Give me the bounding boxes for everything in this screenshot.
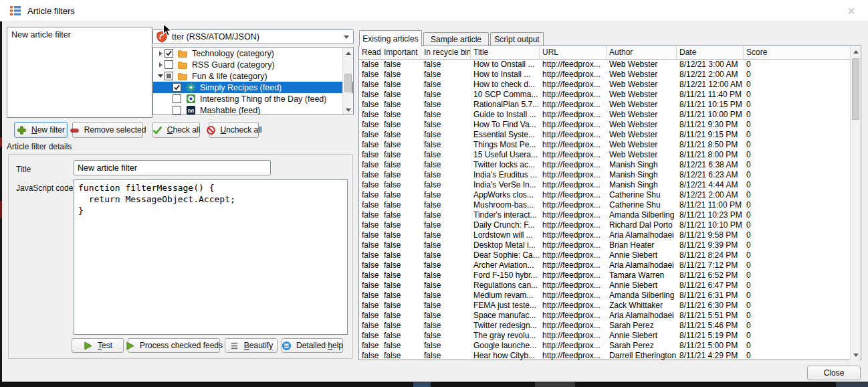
test-button[interactable]: Test — [72, 338, 124, 353]
tree-scrollbar[interactable] — [342, 48, 352, 115]
filter-list-item[interactable]: New article filter — [7, 27, 152, 41]
checkbox-checked[interactable] — [165, 49, 173, 58]
tree-item-simply-recipes-feed[interactable]: Simply Recipes (feed) — [153, 82, 353, 93]
table-cell: http://feedprox... — [540, 70, 607, 80]
table-row[interactable]: falsefalsefalseGoogle launche...http://f… — [359, 341, 851, 351]
window-close-icon[interactable]: × — [843, 2, 860, 19]
tree-item-fun-life-category[interactable]: Fun & life (category) — [153, 70, 353, 82]
title-input[interactable] — [74, 160, 271, 175]
table-scrollbar[interactable] — [850, 47, 860, 360]
table-cell: Things Most Pe... — [471, 140, 540, 150]
table-cell: Aria Alamalhodaei — [607, 311, 677, 321]
expander-collapsed-icon[interactable] — [156, 62, 165, 68]
detailed-help-button[interactable]: Detailed help — [282, 338, 343, 353]
tab-script-output[interactable]: Script output — [490, 32, 544, 46]
table-row[interactable]: falsefalsefalseIndia's Eruditus ...http:… — [359, 170, 851, 180]
feed-tree: Technology (category)RSS Guard (category… — [152, 47, 354, 115]
table-row[interactable]: falsefalsefalseHow to Install ...http://… — [359, 70, 851, 80]
table-row[interactable]: falsefalsefalseTinder's interact...http:… — [359, 210, 851, 220]
check-all-button[interactable]: Check all — [152, 122, 200, 138]
table-cell: Amanda Silberling — [607, 210, 677, 220]
column-header-important[interactable]: Important — [381, 46, 421, 59]
table-row[interactable]: falsefalsefalseSpace manufac...http://fe… — [359, 311, 851, 321]
table-row[interactable]: falsefalsefalseMushroom-bas...http://fee… — [359, 200, 851, 210]
remove-selected-button[interactable]: Remove selected — [72, 122, 143, 138]
column-header-score[interactable]: Score — [744, 46, 851, 59]
table-row[interactable]: falsefalsefalseRegulations can...http://… — [359, 281, 851, 291]
table-row[interactable]: falsefalsefalseHow To Find Va...http://f… — [359, 120, 851, 130]
table-cell: http://feedprox... — [540, 240, 607, 250]
column-header-in-recycle-bin[interactable]: In recycle bin — [421, 46, 471, 59]
table-cell: 8/11/21 8:00 PM — [677, 150, 744, 160]
table-cell: false — [381, 110, 421, 120]
table-row[interactable]: falsefalsefalseLordstown will ...http://… — [359, 230, 851, 240]
tree-item-rss-guard-category[interactable]: RSS Guard (category) — [153, 59, 353, 70]
checkbox-unchecked[interactable] — [173, 106, 181, 114]
table-row[interactable]: falsefalsefalseDear Sophie: Ca...http://… — [359, 250, 851, 260]
table-row[interactable]: falsefalsefalseIndia's VerSe In...http:/… — [359, 180, 851, 190]
table-cell: 8/11/21 9:39 PM — [677, 240, 744, 250]
table-row[interactable]: falsefalsefalseMedium revam...http://fee… — [359, 291, 851, 301]
scroll-down-icon[interactable] — [853, 354, 859, 357]
table-row[interactable]: falsefalsefalseRationalPlan 5.7...http:/… — [359, 100, 851, 110]
table-row[interactable]: falsefalsefalseTwitter locks ac...http:/… — [359, 160, 851, 170]
table-row[interactable]: falsefalsefalseHow to check d...http://f… — [359, 80, 851, 90]
column-header-read[interactable]: Read — [359, 46, 381, 59]
checkbox-checked[interactable] — [173, 83, 181, 92]
table-row[interactable]: falsefalsefalseFord F-150 hybr...http://… — [359, 270, 851, 281]
table-cell: false — [359, 150, 381, 160]
table-row[interactable]: falsefalsefalseArcher Aviation...http://… — [359, 260, 851, 270]
checkbox-unchecked[interactable] — [165, 60, 173, 69]
folder-icon — [177, 48, 188, 59]
column-header-date[interactable]: Date — [677, 46, 744, 59]
filters-list[interactable]: New article filter — [7, 27, 152, 118]
expander-collapsed-icon[interactable] — [156, 51, 165, 56]
new-filter-button[interactable]: New filter — [14, 122, 68, 138]
table-row[interactable]: falsefalsefalseDaily Crunch: F...http://… — [359, 220, 851, 230]
scroll-up-icon[interactable] — [346, 52, 351, 55]
tab-sample-article[interactable]: Sample article — [423, 32, 489, 46]
tree-item-interesting-thing-of-the-day-feed[interactable]: Interesting Thing of the Day (feed) — [153, 93, 353, 104]
table-row[interactable]: falsefalsefalse10 SCP Comma...http://fee… — [359, 90, 851, 100]
table-row[interactable]: falsefalsefalseThe gray revolu...http://… — [359, 331, 851, 341]
tree-scrollbar-thumb[interactable] — [344, 74, 352, 92]
table-row[interactable]: falsefalsefalse15 Useful Usera...http://… — [359, 150, 851, 160]
close-button[interactable]: Close — [807, 366, 861, 380]
table-scrollbar-thumb[interactable] — [852, 58, 859, 120]
expander-expanded-icon[interactable] — [156, 74, 165, 78]
scroll-down-icon[interactable] — [346, 108, 351, 112]
table-cell: Essential Syste... — [471, 130, 540, 140]
tab-existing-articles[interactable]: Existing articles — [359, 30, 422, 46]
table-cell: 8/11/21 5:00 PM — [677, 341, 744, 351]
table-row[interactable]: falsefalsefalseThings Most Pe...http://f… — [359, 140, 851, 150]
tree-item-mashable-feed[interactable]: Mashable (feed) — [153, 104, 353, 115]
folder-icon — [177, 60, 188, 70]
table-row[interactable]: falsefalsefalseFEMA just teste...http://… — [359, 301, 851, 311]
table-row[interactable]: falsefalsefalseHear how Cityb...http://f… — [359, 351, 851, 361]
beautify-button[interactable]: Beautify — [225, 338, 278, 353]
table-row[interactable]: falsefalsefalseHow to Onstall ...http://… — [359, 60, 851, 70]
table-row[interactable]: falsefalsefalseTwitter redesign...http:/… — [359, 321, 851, 331]
table-cell: 8/12/21 12:00 AM — [677, 80, 744, 90]
table-row[interactable]: falsefalsefalseEssential Syste...http://… — [359, 130, 851, 140]
scroll-up-icon[interactable] — [853, 50, 859, 54]
column-header-title[interactable]: Title — [471, 46, 540, 59]
table-cell: false — [359, 200, 381, 210]
table-cell: false — [359, 281, 381, 291]
checkbox-partial[interactable] — [165, 72, 173, 80]
checkbox-unchecked[interactable] — [173, 94, 181, 103]
table-cell: http://feedprox... — [540, 100, 607, 110]
account-combobox[interactable]: tter (RSS/ATOM/JSON) — [152, 29, 354, 44]
uncheck-all-button[interactable]: Uncheck all — [209, 122, 259, 138]
column-header-author[interactable]: Author — [607, 46, 677, 59]
table-row[interactable]: falsefalsefalseGuide to Install ...http:… — [359, 110, 851, 120]
process-checked-feeds-button[interactable]: Process checked feeds — [128, 338, 220, 353]
javascript-code-editor[interactable]: function filterMessage() { return Messag… — [74, 179, 348, 335]
column-header-url[interactable]: URL — [540, 46, 607, 59]
table-row[interactable]: falsefalsefalseDesktop Metal i...http://… — [359, 240, 851, 250]
table-cell: 8/11/21 9:15 PM — [677, 130, 744, 140]
table-row[interactable]: falsefalsefalseAppWorks clos...http://fe… — [359, 190, 851, 200]
table-cell: FEMA just teste... — [471, 301, 540, 311]
table-cell: How to check d... — [471, 80, 540, 90]
tree-item-technology-category[interactable]: Technology (category) — [153, 48, 353, 59]
